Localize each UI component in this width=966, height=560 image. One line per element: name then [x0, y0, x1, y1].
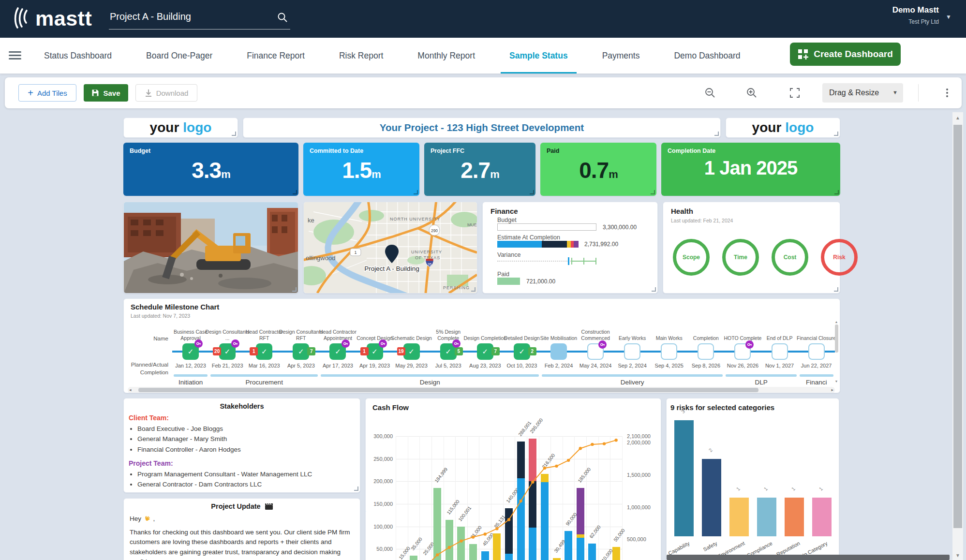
milestone-vscrollbar[interactable]: ▲ ▼	[834, 320, 839, 383]
fullscreen-icon[interactable]	[788, 86, 802, 100]
scroll-down-icon[interactable]: ▼	[952, 553, 963, 558]
milestone-marker[interactable]: ✓2	[514, 343, 530, 360]
tile-resize-handle[interactable]	[652, 287, 656, 292]
milestone-hscrollbar[interactable]: ◂ ▸	[128, 387, 835, 393]
milestone-site-mobilisation[interactable]: Site MobilisationFeb 2, 2024	[540, 320, 577, 374]
tab-sample-status[interactable]: Sample Status	[507, 38, 570, 74]
health-tile[interactable]: Health Last updated: Feb 21, 2024 ScopeT…	[663, 202, 840, 294]
more-options-icon[interactable]	[942, 85, 952, 101]
kpi-tile-committed-to-date[interactable]: Committed to Date1.5m	[303, 143, 419, 196]
milestone-detailed-design[interactable]: Detailed Design✓2Oct 10, 2023	[504, 320, 540, 374]
milestone-head-contractor-appointment[interactable]: Head Contractor Appointment✓Apr 17, 2023	[319, 320, 356, 374]
tile-resize-handle[interactable]	[414, 190, 418, 194]
milestone-marker[interactable]: ✓19	[403, 343, 420, 360]
download-button[interactable]: Download	[135, 84, 197, 102]
risk-bar-safety[interactable]	[702, 459, 721, 536]
schedule-milestone-tile[interactable]: Schedule Milestone Chart Last updated: N…	[123, 298, 840, 393]
tile-resize-handle[interactable]	[471, 287, 476, 292]
tab-monthly-report[interactable]: Monthly Report	[416, 38, 477, 74]
zoom-out-icon[interactable]	[703, 86, 717, 100]
milestone-main-works[interactable]: Main WorksSep 4, 2025	[651, 320, 687, 374]
tab-board-one-pager[interactable]: Board One-Pager	[144, 38, 214, 74]
tile-resize-handle[interactable]	[292, 287, 297, 292]
menu-icon[interactable]	[9, 51, 21, 60]
zoom-in-icon[interactable]	[745, 86, 758, 100]
tile-resize-handle[interactable]	[834, 287, 838, 292]
milestone-hscrollbar-thumb[interactable]	[138, 388, 758, 392]
page-vscrollbar[interactable]: ▲ ▼	[952, 112, 963, 560]
tile-resize-handle[interactable]	[834, 132, 838, 136]
project-map-tile[interactable]: NORTH UNIVERSITY UNIVERSITY OF TEXAS MUE…	[303, 202, 477, 294]
tab-status-dashboard[interactable]: Status Dashboard	[42, 38, 114, 74]
milestone-marker[interactable]: ✓7	[293, 343, 309, 360]
milestone-marker[interactable]: ✓7	[477, 343, 493, 360]
milestone-schematic-design[interactable]: Schematic Design✓19May 29, 2023	[393, 320, 430, 374]
milestone-marker[interactable]: ✓	[182, 343, 199, 360]
scroll-down-icon[interactable]: ▼	[834, 380, 839, 383]
add-tiles-button[interactable]: + Add Tiles	[18, 84, 76, 102]
risks-tile[interactable]: 9 risks for selected categories 3Capabil…	[666, 398, 839, 560]
milestone-marker[interactable]: ✓5	[440, 343, 457, 360]
milestone-marker[interactable]	[808, 343, 825, 360]
logo-tile-right[interactable]: your logo	[726, 118, 840, 138]
tile-resize-handle[interactable]	[834, 190, 839, 194]
scroll-up-icon[interactable]: ▲	[834, 320, 839, 324]
milestone-5-design-complete[interactable]: 5% Design Complete✓5Jul 5, 2023	[430, 320, 467, 374]
milestone-marker[interactable]: ✓20	[219, 343, 236, 360]
risk-bar-no-category[interactable]	[812, 498, 832, 536]
kpi-tile-completion-date[interactable]: Completion Date1 Jan 2025	[661, 143, 840, 196]
milestone-design-completion[interactable]: Design Completion✓7Aug 23, 2023	[467, 320, 504, 374]
milestone-marker[interactable]	[550, 343, 567, 360]
milestone-design-consultants[interactable]: Design Consultants ...✓20Feb 21, 2023	[209, 320, 246, 374]
milestone-marker[interactable]	[587, 343, 604, 360]
save-button[interactable]: Save	[84, 84, 128, 102]
project-title-tile[interactable]: Your Project - 123 High Street Developme…	[243, 118, 721, 138]
milestone-design-consultants-rft[interactable]: Design Consultants RFT✓7Apr 5, 2023	[282, 320, 319, 374]
milestone-marker[interactable]	[734, 343, 751, 360]
tile-resize-handle[interactable]	[714, 132, 719, 136]
cashflow-tile[interactable]: Cash Flow 50,000100,000150,000200,000250…	[365, 398, 661, 560]
page-hscrollbar-thumb[interactable]	[667, 555, 950, 560]
milestone-construction-commenced[interactable]: Construction CommencedMay 24, 2024	[577, 320, 614, 374]
milestone-concept-design[interactable]: Concept Design✓1Apr 19, 2023	[356, 320, 393, 374]
search-icon[interactable]	[277, 12, 288, 25]
create-dashboard-button[interactable]: Create Dashboard	[790, 43, 901, 66]
tab-demo-dashboard[interactable]: Demo Dashboard	[672, 38, 742, 74]
milestone-marker[interactable]: ✓	[329, 343, 346, 360]
scroll-left-icon[interactable]: ◂	[129, 387, 132, 392]
milestone-marker[interactable]: ✓1	[367, 343, 383, 360]
milestone-completion[interactable]: CompletionSep 8, 2026	[687, 320, 724, 374]
risk-bar-legislative-compliance[interactable]	[757, 498, 776, 536]
milestone-hoto-complete[interactable]: HOTO CompleteNov 26, 2026	[724, 320, 761, 374]
mode-select[interactable]: Drag & Resize ▼	[822, 83, 903, 103]
brand-logo[interactable]: mastt	[14, 7, 92, 29]
stakeholders-tile[interactable]: Stakeholders Client Team:Board Executive…	[123, 398, 360, 493]
risk-bar-environment[interactable]	[729, 498, 749, 536]
kpi-tile-budget[interactable]: Budget3.3m	[123, 143, 298, 196]
milestone-end-of-dlp[interactable]: End of DLPNov 1, 2027	[761, 320, 798, 374]
page-vscrollbar-thumb[interactable]	[953, 125, 962, 528]
tab-risk-report[interactable]: Risk Report	[337, 38, 385, 74]
tab-finance-report[interactable]: Finance Report	[245, 38, 307, 74]
milestone-marker[interactable]: ✓1	[256, 343, 272, 360]
tile-resize-handle[interactable]	[354, 486, 358, 491]
tile-resize-handle[interactable]	[530, 190, 534, 194]
tile-resize-handle[interactable]	[651, 190, 655, 194]
scroll-up-icon[interactable]: ▲	[952, 115, 963, 120]
milestone-marker[interactable]	[624, 343, 640, 360]
milestone-business-case-approval[interactable]: Business Case Approval✓Jan 12, 2023	[172, 320, 209, 374]
site-photo-tile[interactable]	[123, 202, 298, 294]
project-update-tile[interactable]: Project Update Hey , Thanks for checking…	[123, 498, 360, 560]
scroll-right-icon[interactable]: ▸	[831, 387, 833, 392]
kpi-tile-paid[interactable]: Paid0.7m	[540, 143, 656, 196]
risk-bar-capability[interactable]	[674, 420, 694, 536]
milestone-marker[interactable]	[661, 343, 677, 360]
kpi-tile-project-ffc[interactable]: Project FFC2.7m	[424, 143, 535, 196]
user-menu[interactable]: Demo Mastt Test Pty Ltd	[892, 5, 939, 25]
milestone-early-works[interactable]: Early WorksSep 2, 2024	[614, 320, 651, 374]
milestone-vscrollbar-thumb[interactable]	[835, 324, 838, 353]
project-search-input[interactable]: Project A - Building	[109, 7, 290, 29]
finance-tile[interactable]: Finance Budget 3,300,000.00 Estimate At …	[482, 202, 658, 294]
milestone-marker[interactable]	[698, 343, 714, 360]
logo-tile-left[interactable]: your logo	[123, 118, 238, 138]
